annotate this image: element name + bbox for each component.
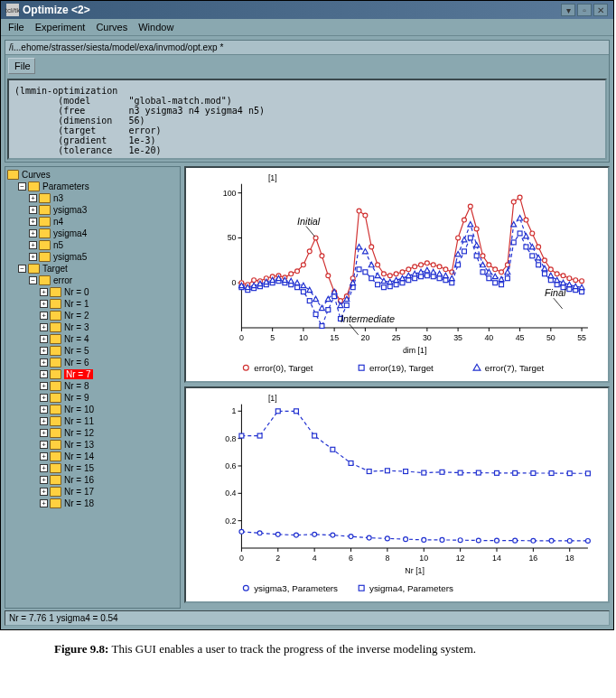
menu-window[interactable]: Window [138, 22, 173, 33]
svg-text:0.8: 0.8 [225, 434, 236, 443]
tree-nr-item[interactable]: +Nr = 16 [7, 474, 178, 486]
svg-rect-283 [513, 470, 518, 475]
svg-rect-130 [487, 276, 491, 281]
expand-icon[interactable]: + [40, 382, 48, 390]
file-tab[interactable]: File [8, 58, 35, 74]
collapse-icon[interactable]: − [29, 276, 37, 284]
tree-nr-item[interactable]: +Nr = 13 [7, 439, 178, 451]
tree-nr-item[interactable]: +Nr = 14 [7, 451, 178, 462]
expand-icon[interactable]: + [40, 405, 48, 414]
svg-point-267 [585, 539, 590, 544]
tree-nr-item[interactable]: +Nr = 5 [7, 345, 178, 357]
expand-icon[interactable]: + [40, 312, 48, 320]
expand-icon[interactable]: + [29, 241, 37, 249]
svg-rect-141 [555, 283, 559, 287]
expand-icon[interactable]: + [40, 452, 48, 461]
tree-nr-item[interactable]: +Nr = 18 [7, 498, 178, 509]
tree-parameters[interactable]: − Parameters [7, 181, 178, 192]
tree-nr-item[interactable]: +Nr = 10 [7, 404, 178, 415]
close-button[interactable]: ✕ [593, 4, 608, 16]
tree-param-item[interactable]: +ysigma4 [7, 228, 178, 239]
expand-icon[interactable]: + [40, 358, 48, 367]
tree-nr-item[interactable]: +Nr = 17 [7, 486, 178, 498]
tree-param-item[interactable]: +n5 [7, 239, 178, 251]
folder-icon [50, 487, 61, 497]
tree-nr-item[interactable]: +Nr = 11 [7, 415, 178, 427]
tree-nr-item[interactable]: +Nr = 4 [7, 333, 178, 345]
collapse-icon[interactable]: − [18, 265, 26, 273]
tree-nr-item[interactable]: +Nr = 7 [7, 368, 178, 380]
svg-point-45 [307, 249, 312, 254]
tree-error[interactable]: − error [7, 275, 178, 286]
tree-param-item[interactable]: +n3 [7, 192, 178, 204]
expand-icon[interactable]: + [40, 488, 48, 496]
expand-icon[interactable]: + [29, 253, 37, 261]
svg-rect-117 [406, 278, 411, 283]
svg-marker-181 [455, 251, 461, 256]
expand-icon[interactable]: + [40, 323, 48, 331]
tree-nr-item[interactable]: +Nr = 0 [7, 286, 178, 298]
tree-root[interactable]: Curves [7, 169, 178, 181]
menu-experiment[interactable]: Experiment [35, 22, 86, 33]
code-editor[interactable]: (lmmin-optimization (model "global-match… [7, 79, 607, 160]
tree-panel: Curves − Parameters +n3+ysigma3+n4+ysigm… [5, 166, 181, 609]
expand-icon[interactable]: + [40, 335, 48, 343]
titlebar[interactable]: tcl/tk Optimize <2> ▾ ▫ ✕ [1, 1, 613, 19]
svg-rect-102 [313, 312, 318, 317]
expand-icon[interactable]: + [40, 370, 48, 378]
svg-point-59 [394, 272, 398, 276]
expand-icon[interactable]: + [29, 206, 37, 214]
svg-marker-198 [561, 280, 566, 284]
expand-icon[interactable]: + [40, 429, 48, 437]
expand-icon[interactable]: + [40, 394, 48, 402]
expand-icon[interactable]: + [40, 441, 48, 449]
maximize-button[interactable]: ▫ [577, 4, 592, 16]
folder-icon [7, 170, 19, 180]
svg-rect-118 [413, 276, 417, 281]
tree-param-item[interactable]: +n4 [7, 216, 178, 228]
tree-nr-item[interactable]: +Nr = 9 [7, 392, 178, 404]
tree-nr-item[interactable]: +Nr = 6 [7, 357, 178, 368]
svg-marker-155 [294, 280, 300, 284]
tree-nr-item[interactable]: +Nr = 15 [7, 462, 178, 474]
tree-nr-item[interactable]: +Nr = 8 [7, 380, 178, 392]
menu-curves[interactable]: Curves [96, 22, 127, 33]
tree-nr-item[interactable]: +Nr = 2 [7, 310, 178, 321]
collapse-icon[interactable]: − [18, 182, 26, 191]
svg-point-86 [561, 274, 565, 278]
svg-marker-173 [406, 273, 411, 277]
expand-icon[interactable]: + [29, 194, 37, 202]
tree-nr-item[interactable]: +Nr = 1 [7, 298, 178, 310]
svg-marker-200 [573, 284, 578, 288]
expand-icon[interactable]: + [40, 476, 48, 484]
tree-param-item[interactable]: +ysigma5 [7, 251, 178, 263]
svg-text:18: 18 [565, 554, 574, 563]
svg-rect-119 [419, 275, 424, 279]
svg-point-249 [257, 531, 262, 535]
tree-target[interactable]: − Target [7, 263, 178, 275]
expand-icon[interactable]: + [40, 300, 48, 308]
tree-nr-item[interactable]: +Nr = 3 [7, 321, 178, 333]
svg-point-253 [331, 533, 335, 537]
minimize-button[interactable]: ▾ [561, 4, 575, 16]
svg-text:6: 6 [349, 554, 353, 563]
window-title: Optimize <2> [23, 4, 561, 16]
expand-icon[interactable]: + [29, 229, 37, 237]
expand-icon[interactable]: + [29, 218, 37, 226]
svg-rect-133 [505, 276, 509, 281]
svg-text:0: 0 [239, 554, 244, 563]
expand-icon[interactable]: + [40, 464, 48, 472]
expand-icon[interactable]: + [40, 347, 48, 355]
folder-icon [50, 311, 61, 321]
menu-file[interactable]: File [8, 22, 24, 33]
svg-rect-136 [524, 245, 528, 249]
svg-text:4: 4 [313, 554, 317, 563]
tree-param-item[interactable]: +ysigma3 [7, 204, 178, 216]
tree-nr-item[interactable]: +Nr = 12 [7, 427, 178, 439]
expand-icon[interactable]: + [40, 499, 48, 507]
svg-text:2: 2 [275, 554, 280, 563]
expand-icon[interactable]: + [40, 288, 48, 296]
svg-point-66 [437, 265, 442, 269]
svg-rect-123 [443, 278, 448, 283]
expand-icon[interactable]: + [40, 417, 48, 425]
